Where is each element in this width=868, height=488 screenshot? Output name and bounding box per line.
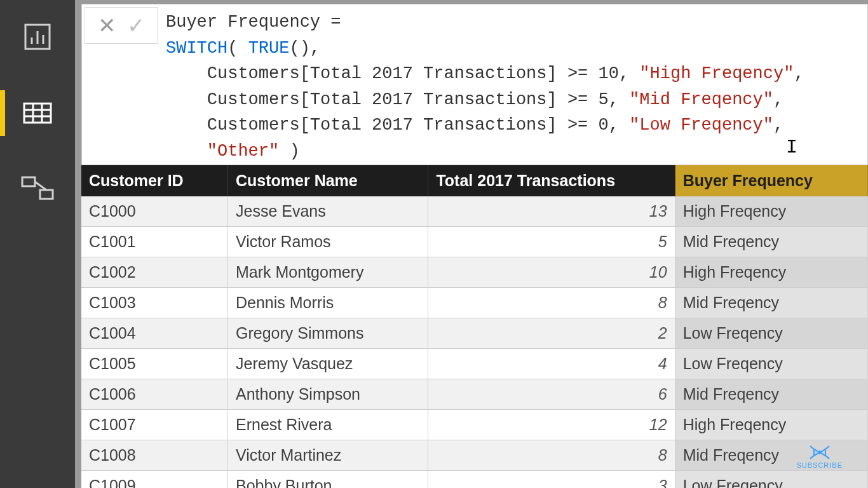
cell-customer-name: Bobby Burton [228, 471, 428, 489]
formula-controls: ✕ ✓ [85, 7, 158, 44]
main-area: ✕ ✓ Buyer Frequency = SWITCH( TRUE(), Cu… [75, 0, 868, 488]
subscribe-label: SUBSCRIBE [796, 461, 843, 469]
report-view-button[interactable] [18, 18, 57, 56]
cancel-formula-button[interactable]: ✕ [98, 15, 116, 36]
bar-chart-icon [23, 22, 52, 51]
cell-transactions: 13 [428, 196, 675, 227]
model-icon [21, 176, 54, 203]
cell-transactions: 6 [428, 379, 675, 410]
svg-rect-9 [22, 177, 35, 186]
data-view-button[interactable] [18, 94, 57, 132]
cell-buyer-frequency: High Freqency [675, 196, 867, 227]
cell-buyer-frequency: Mid Freqency [675, 227, 867, 257]
cell-buyer-frequency: High Freqency [675, 257, 867, 288]
table-header-row: Customer ID Customer Name Total 2017 Tra… [81, 165, 868, 196]
cell-customer-id: C1004 [81, 318, 228, 349]
cell-customer-name: Gregory Simmons [228, 318, 428, 349]
table-row[interactable]: C1002Mark Montgomery10High Freqency [81, 257, 868, 288]
table-row[interactable]: C1007Ernest Rivera12High Freqency [81, 410, 868, 440]
cell-customer-id: C1001 [81, 227, 228, 257]
cell-transactions: 4 [428, 349, 675, 379]
cell-buyer-frequency: Low Freqency [675, 349, 867, 379]
cell-customer-id: C1000 [81, 196, 228, 227]
cell-customer-name: Victor Ramos [228, 227, 428, 257]
subscribe-badge[interactable]: SUBSCRIBE [796, 445, 843, 469]
table-row[interactable]: C1001Victor Ramos5Mid Freqency [81, 227, 868, 257]
col-header-customer-name[interactable]: Customer Name [228, 165, 428, 196]
cell-customer-id: C1006 [81, 379, 228, 410]
cell-buyer-frequency: Mid Freqency [675, 379, 867, 410]
col-header-customer-id[interactable]: Customer ID [81, 165, 228, 196]
cell-customer-name: Jesse Evans [228, 196, 428, 227]
cell-customer-id: C1002 [81, 257, 228, 288]
table-row[interactable]: C1009Bobby Burton3Low Freqency [81, 471, 868, 489]
cell-customer-id: C1009 [81, 471, 228, 489]
col-header-transactions[interactable]: Total 2017 Transactions [428, 165, 675, 196]
cell-customer-id: C1007 [81, 410, 228, 440]
cell-buyer-frequency: Low Freqency [675, 318, 867, 349]
text-cursor-icon: I [786, 133, 797, 162]
view-switcher-rail [0, 0, 75, 488]
table-icon [23, 102, 52, 124]
dna-icon [809, 445, 831, 460]
cell-transactions: 12 [428, 410, 675, 440]
model-view-button[interactable] [18, 170, 57, 208]
cell-customer-name: Victor Martinez [228, 440, 428, 471]
formula-bar: ✕ ✓ Buyer Frequency = SWITCH( TRUE(), Cu… [81, 4, 868, 165]
cell-transactions: 3 [428, 471, 675, 489]
cell-customer-id: C1005 [81, 349, 228, 379]
table-row[interactable]: C1006Anthony Simpson6Mid Freqency [81, 379, 868, 410]
cell-buyer-frequency: High Freqency [675, 410, 867, 440]
cell-transactions: 5 [428, 227, 675, 257]
cell-customer-name: Dennis Morris [228, 288, 428, 318]
formula-editor[interactable]: Buyer Frequency = SWITCH( TRUE(), Custom… [161, 4, 867, 165]
table-row[interactable]: C1004Gregory Simmons2Low Freqency [81, 318, 868, 349]
data-table: Customer ID Customer Name Total 2017 Tra… [81, 165, 868, 488]
table-row[interactable]: C1005Jeremy Vasquez4Low Freqency [81, 349, 868, 379]
cell-customer-name: Ernest Rivera [228, 410, 428, 440]
table-row[interactable]: C1000Jesse Evans13High Freqency [81, 196, 868, 227]
cell-buyer-frequency: Low Freqency [675, 471, 867, 489]
cell-transactions: 8 [428, 440, 675, 471]
svg-line-11 [35, 182, 46, 190]
cell-customer-id: C1003 [81, 288, 228, 318]
cell-customer-id: C1008 [81, 440, 228, 471]
cell-customer-name: Mark Montgomery [228, 257, 428, 288]
cell-buyer-frequency: Mid Freqency [675, 288, 867, 318]
table-row[interactable]: C1008Victor Martinez8Mid Freqency [81, 440, 868, 471]
commit-formula-button[interactable]: ✓ [127, 15, 145, 36]
cell-customer-name: Jeremy Vasquez [228, 349, 428, 379]
table-row[interactable]: C1003Dennis Morris8Mid Freqency [81, 288, 868, 318]
cell-transactions: 10 [428, 257, 675, 288]
col-header-buyer-frequency[interactable]: Buyer Frequency [675, 165, 867, 196]
cell-customer-name: Anthony Simpson [228, 379, 428, 410]
svg-rect-4 [24, 104, 51, 123]
svg-rect-10 [40, 190, 53, 199]
cell-transactions: 8 [428, 288, 675, 318]
cell-transactions: 2 [428, 318, 675, 349]
formula-text: Buyer Frequency = SWITCH( TRUE(), Custom… [166, 13, 804, 161]
